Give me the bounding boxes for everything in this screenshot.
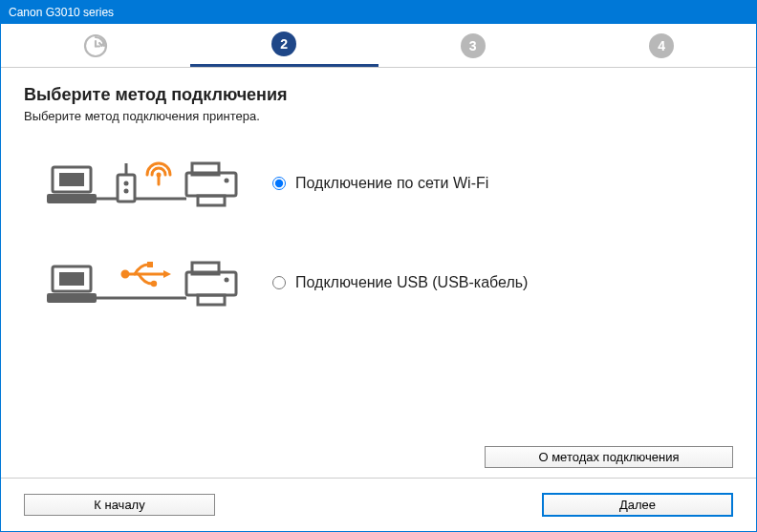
about-methods-button[interactable]: О методах подключения [485, 446, 733, 468]
step-number: 3 [461, 33, 486, 58]
footer: К началу Далее [1, 478, 756, 531]
option-wifi-radio[interactable]: Подключение по сети Wi-Fi [272, 175, 488, 192]
radio-usb[interactable] [272, 276, 286, 289]
svg-point-17 [225, 179, 229, 183]
window-title: Canon G3010 series [9, 6, 114, 19]
option-wifi: Подключение по сети Wi-Fi [24, 150, 733, 217]
step-number: 2 [271, 32, 296, 56]
svg-rect-29 [198, 295, 225, 305]
stepper: 2 3 4 [1, 24, 756, 68]
option-usb-label: Подключение USB (USB-кабель) [295, 274, 528, 291]
option-usb: Подключение USB (USB-кабель) [24, 249, 733, 316]
svg-rect-4 [59, 173, 84, 186]
option-wifi-label: Подключение по сети Wi-Fi [295, 175, 488, 192]
svg-rect-19 [59, 272, 84, 286]
svg-point-30 [225, 278, 229, 283]
svg-rect-28 [186, 272, 236, 295]
wifi-connection-icon [24, 150, 272, 217]
step-4: 4 [568, 24, 757, 67]
svg-point-10 [124, 189, 129, 194]
titlebar: Canon G3010 series [1, 1, 756, 24]
option-usb-radio[interactable]: Подключение USB (USB-кабель) [272, 274, 528, 291]
step-done-icon [83, 33, 108, 58]
next-button[interactable]: Далее [542, 493, 733, 517]
svg-rect-25 [147, 262, 153, 267]
step-1 [1, 24, 190, 67]
page-subtitle: Выберите метод подключения принтера. [24, 109, 733, 123]
step-3: 3 [378, 24, 568, 67]
usb-connection-icon [24, 249, 272, 316]
svg-point-9 [124, 181, 129, 186]
page-title: Выберите метод подключения [24, 85, 733, 105]
back-button[interactable]: К началу [24, 494, 215, 516]
radio-wifi[interactable] [272, 177, 286, 190]
svg-rect-20 [47, 293, 97, 303]
svg-rect-5 [47, 194, 97, 203]
main-content: Выберите метод подключения Выберите мето… [1, 68, 756, 478]
svg-marker-24 [163, 270, 171, 278]
svg-point-26 [151, 281, 157, 287]
step-2: 2 [190, 24, 379, 67]
svg-rect-7 [118, 175, 135, 202]
step-number: 4 [649, 33, 674, 58]
svg-rect-15 [186, 173, 236, 196]
svg-rect-16 [198, 196, 225, 205]
